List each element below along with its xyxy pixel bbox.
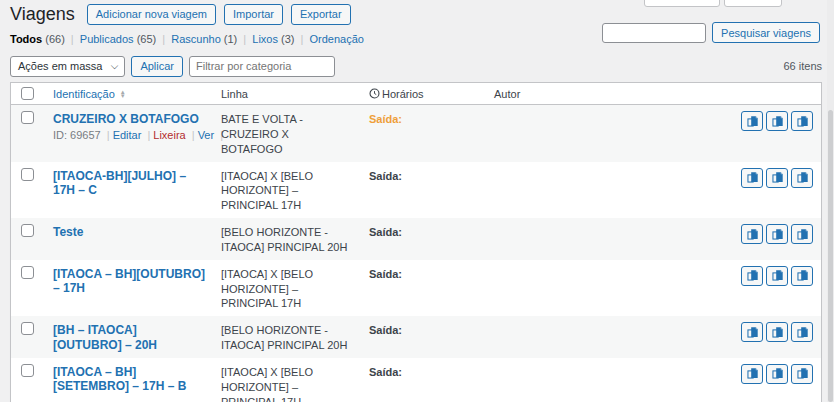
saida-label: Saída: xyxy=(369,170,402,182)
search-box: Pesquisar viagens xyxy=(602,22,820,43)
duplicate-button[interactable] xyxy=(766,364,788,384)
row-checkbox[interactable] xyxy=(21,322,34,335)
view-filter-todos[interactable]: Todos (66) xyxy=(10,33,65,45)
edit-link[interactable]: Editar xyxy=(113,129,142,141)
column-header-horarios: Horários xyxy=(361,88,486,100)
view-filter-rascunho[interactable]: Rascunho (1) xyxy=(171,33,237,45)
autor-cell xyxy=(486,358,735,370)
view-filter-publicados[interactable]: Publicados (65) xyxy=(80,33,156,45)
linha-cell: [BELO HORIZONTE - ITAOCA] PRINCIPAL 20H xyxy=(213,316,361,358)
import-button[interactable]: Importar xyxy=(224,4,283,25)
chevron-down-icon: ⌵ xyxy=(111,60,119,72)
autor-cell xyxy=(486,218,735,230)
column-header-linha: Linha xyxy=(213,88,361,100)
duplicate-button[interactable] xyxy=(766,168,788,188)
linha-cell: [ITAOCA] X [BELO HORIZONTE] – PRINCIPAL … xyxy=(213,260,361,317)
row-checkbox[interactable] xyxy=(21,168,34,181)
export-button[interactable]: Exportar xyxy=(291,4,351,25)
item-count: 66 itens xyxy=(783,60,822,72)
saida-label: Saída: xyxy=(369,113,402,125)
column-header-identificacao[interactable]: Identificação ▲▼ xyxy=(45,88,213,100)
search-button[interactable]: Pesquisar viagens xyxy=(712,22,820,43)
saida-label: Saída: xyxy=(369,366,402,378)
trip-title-link[interactable]: CRUZEIRO X BOTAFOGO xyxy=(53,112,199,126)
sort-icon: ▲▼ xyxy=(120,90,126,98)
duplicate-button[interactable] xyxy=(741,266,763,286)
saida-label: Saída: xyxy=(369,324,402,336)
trip-title-link[interactable]: [ITAOCA – BH][OUTUBRO] – 17H xyxy=(53,267,205,296)
table-nav: Ações em massa ⌵ Aplicar 66 itens xyxy=(10,55,822,77)
trash-link[interactable]: Lixeira xyxy=(153,129,185,141)
autor-cell xyxy=(486,260,735,272)
scrollbar-thumb[interactable] xyxy=(828,110,833,402)
table-row: CRUZEIRO X BOTAFOGO ID: 69657 |Editar |L… xyxy=(11,105,821,162)
table-row: [BH – ITAOCA][OUTUBRO] – 20H [BELO HORIZ… xyxy=(11,316,821,358)
view-filter-ordenacao[interactable]: Ordenação xyxy=(309,33,363,45)
trip-title-link[interactable]: [BH – ITAOCA][OUTUBRO] – 20H xyxy=(53,323,205,352)
duplicate-button[interactable] xyxy=(741,111,763,131)
saida-label: Saída: xyxy=(369,268,402,280)
autor-cell xyxy=(486,105,735,117)
row-checkbox[interactable] xyxy=(21,266,34,279)
row-checkbox[interactable] xyxy=(21,224,34,237)
clock-icon xyxy=(369,88,380,99)
row-checkbox[interactable] xyxy=(21,364,34,377)
duplicate-button[interactable] xyxy=(766,224,788,244)
screen-options-tab[interactable] xyxy=(644,0,720,7)
category-filter-input[interactable] xyxy=(189,56,335,77)
duplicate-button[interactable] xyxy=(791,111,813,131)
column-header-autor: Autor xyxy=(486,88,735,100)
duplicate-button[interactable] xyxy=(791,322,813,342)
row-checkbox[interactable] xyxy=(21,111,34,124)
bulk-actions-select[interactable]: Ações em massa ⌵ xyxy=(10,56,125,77)
duplicate-button[interactable] xyxy=(741,322,763,342)
view-link[interactable]: Ver xyxy=(198,129,215,141)
row-actions: ID: 69657 |Editar |Lixeira |Ver | xyxy=(53,128,205,143)
duplicate-button[interactable] xyxy=(791,168,813,188)
table-body: CRUZEIRO X BOTAFOGO ID: 69657 |Editar |L… xyxy=(11,105,821,402)
screen-meta-tabs xyxy=(644,0,782,7)
row-id: ID: 69657 xyxy=(53,129,101,141)
scrollbar-track[interactable] xyxy=(827,0,834,402)
duplicate-button[interactable] xyxy=(791,266,813,286)
duplicate-button[interactable] xyxy=(791,224,813,244)
help-tab[interactable] xyxy=(724,0,782,7)
duplicate-button[interactable] xyxy=(766,111,788,131)
duplicate-button[interactable] xyxy=(741,224,763,244)
search-input[interactable] xyxy=(602,23,706,43)
linha-cell: [ITAOCA] X [BELO HORIZONTE] – PRINCIPAL … xyxy=(213,162,361,219)
table-header: Identificação ▲▼ Linha Horários Autor xyxy=(11,83,821,105)
duplicate-button[interactable] xyxy=(741,364,763,384)
saida-label: Saída: xyxy=(369,226,402,238)
trip-title-link[interactable]: [ITAOCA-BH][JULHO] – 17H – C xyxy=(53,169,205,198)
table-row: [ITAOCA-BH][JULHO] – 17H – C [ITAOCA] X … xyxy=(11,162,821,219)
select-all-checkbox[interactable] xyxy=(21,87,34,100)
trips-table: Identificação ▲▼ Linha Horários Autor CR… xyxy=(10,82,822,402)
autor-cell xyxy=(486,316,735,328)
page-title: Viagens xyxy=(10,4,75,25)
autor-cell xyxy=(486,162,735,174)
duplicate-button[interactable] xyxy=(791,364,813,384)
linha-cell: [ITAOCA] X [BELO HORIZONTE] – PRINCIPAL … xyxy=(213,358,361,402)
apply-button[interactable]: Aplicar xyxy=(131,56,183,77)
table-row: [ITAOCA – BH][OUTUBRO] – 17H [ITAOCA] X … xyxy=(11,260,821,317)
trip-title-link[interactable]: [ITAOCA – BH][SETEMBRO] – 17H – B xyxy=(53,365,205,394)
add-new-trip-button[interactable]: Adicionar nova viagem xyxy=(87,4,216,25)
trip-title-link[interactable]: Teste xyxy=(53,225,83,239)
table-row: [ITAOCA – BH][SETEMBRO] – 17H – B [ITAOC… xyxy=(11,358,821,402)
view-filter-lixos[interactable]: Lixos (3) xyxy=(252,33,294,45)
table-row: Teste [BELO HORIZONTE - ITAOCA] PRINCIPA… xyxy=(11,218,821,260)
duplicate-button[interactable] xyxy=(766,266,788,286)
linha-cell: [BELO HORIZONTE - ITAOCA] PRINCIPAL 20H xyxy=(213,218,361,260)
duplicate-button[interactable] xyxy=(741,168,763,188)
duplicate-button[interactable] xyxy=(766,322,788,342)
linha-cell: BATE E VOLTA - CRUZEIRO X BOTAFOGO xyxy=(213,105,361,162)
